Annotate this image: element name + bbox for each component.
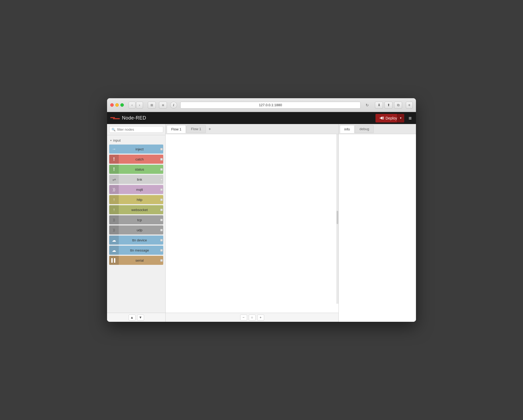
node-catch[interactable]: ! catch [109,155,163,164]
zoom-out-button[interactable]: − [240,315,247,320]
flow-bottom-bar: − ○ + [166,313,338,322]
node-link-label: link [119,178,160,182]
node-mqtt-icon: )) [113,187,115,192]
node-catch-icon-area: ! [109,155,119,164]
node-udp[interactable]: )) udp [109,225,163,234]
node-tcp[interactable]: )) tcp [109,215,163,224]
svg-rect-1 [113,118,120,119]
flow-tab-1-label: Flow 1 [171,127,181,131]
node-http-icon: ↑ [113,197,115,202]
app: Node-RED Deploy ▾ ≡ [107,112,416,322]
address-bar[interactable]: 127.0.0.1:1880 [180,102,361,109]
node-ttn-device-port [160,239,163,241]
flow-area: Flow 1 Flow 1 + − ○ + [166,124,339,322]
node-mqtt-label: mqtt [119,188,160,192]
sidebar-bottom: ▲ ▼ [107,313,165,322]
app-title: Node-RED [122,115,146,121]
browser-actions: ⬇ ⬆ ⧉ [375,102,402,109]
node-websocket-icon-area: ↑ [109,205,119,214]
node-inject[interactable]: → inject [109,145,163,154]
flow-canvas[interactable] [166,134,338,313]
sidebar: 🔍 ▾ input → [107,124,166,322]
node-link-port [160,178,163,181]
right-tabs-bar: info debug [339,124,416,134]
node-status[interactable]: ! status [109,165,163,174]
node-link[interactable]: ⇌ link [109,175,163,184]
info-button[interactable]: i [170,102,177,109]
right-panel-content [339,134,416,322]
node-tcp-port [160,219,163,221]
back-button[interactable]: ‹ [129,102,136,109]
node-ttn-device-icon-area: ☁ [109,236,119,245]
menu-button[interactable]: ≡ [407,116,413,121]
flow-tab-1-active[interactable]: Flow 1 [167,125,186,133]
node-mqtt-icon-area: )) [109,185,119,194]
node-http[interactable]: ↑ http [109,195,163,204]
node-tcp-label: tcp [119,218,160,222]
browser-window: ‹ › ⊞ ≡ i 127.0.0.1:1880 ↻ ⬇ ⬆ ⧉ + [107,98,416,322]
deploy-group: Deploy ▾ [375,114,404,122]
node-ttn-message-label: ttn message [119,248,160,252]
node-http-label: http [119,198,160,202]
node-mqtt[interactable]: )) mqtt [109,185,163,194]
node-serial-port [160,259,163,262]
new-tab-button[interactable]: + [406,102,413,109]
minimize-button[interactable] [115,103,119,107]
duplicate-button[interactable]: ⧉ [394,102,402,109]
node-websocket-label: websocket [119,208,160,212]
nav-buttons: ‹ › [129,102,143,109]
node-websocket[interactable]: ↑ websocket [109,205,163,214]
tab-info[interactable]: info [340,125,354,133]
close-button[interactable] [110,103,114,107]
share-button[interactable]: ⬆ [385,102,393,109]
node-inject-port [160,148,163,150]
nodes-items: → inject ! catch [107,143,165,266]
node-ttn-message-icon: ☁ [112,248,116,253]
node-tcp-icon: )) [113,218,115,222]
forward-button[interactable]: › [136,102,143,109]
filter-nodes-input[interactable] [117,127,161,131]
node-tcp-icon-area: )) [109,215,119,224]
sidebar-scroll-down[interactable]: ▼ [137,315,144,320]
download-button[interactable]: ⬇ [375,102,383,109]
node-serial-icon: ▌▌ [111,258,117,262]
node-serial-icon-area: ▌▌ [109,256,119,265]
node-catch-port [160,158,163,160]
url-text: 127.0.0.1:1880 [259,103,282,107]
node-http-icon-area: ↑ [109,195,119,204]
zoom-in-button[interactable]: + [257,315,264,320]
node-inject-label: inject [119,147,160,151]
right-panel: info debug [339,124,416,322]
node-serial[interactable]: ▌▌ serial [109,256,163,265]
traffic-lights [110,103,124,107]
node-ttn-message[interactable]: ☁ ttn message [109,246,163,255]
flow-scrollbar-thumb [337,211,338,224]
deploy-button[interactable]: Deploy [375,114,397,122]
node-ttn-message-port [160,249,163,252]
layers-button[interactable]: ≡ [159,102,167,109]
deploy-label: Deploy [386,116,397,120]
maximize-button[interactable] [120,103,124,107]
node-inject-icon: → [112,147,116,151]
flow-scrollbar[interactable] [336,134,338,304]
node-udp-icon-area: )) [109,225,119,234]
node-udp-label: udp [119,228,160,232]
tab-debug[interactable]: debug [355,125,374,133]
deploy-dropdown-button[interactable]: ▾ [397,114,404,122]
zoom-reset-button[interactable]: ○ [249,315,256,320]
reload-button[interactable]: ↻ [364,102,371,109]
add-flow-tab-button[interactable]: + [206,126,213,133]
category-header-input[interactable]: ▾ input [107,137,165,143]
node-http-port [160,199,163,201]
category-label: input [113,138,121,142]
node-websocket-icon: ↑ [113,207,115,212]
node-status-icon-area: ! [109,165,119,174]
sidebar-scroll-up[interactable]: ▲ [129,315,136,320]
view-button[interactable]: ⊞ [148,102,156,109]
flow-tab-2[interactable]: Flow 1 [186,125,206,133]
node-ttn-device[interactable]: ☁ ttn device [109,236,163,245]
tab-info-label: info [344,127,350,131]
search-input-wrap[interactable]: 🔍 [109,126,163,133]
node-udp-port [160,229,163,231]
node-inject-icon-area: → [109,145,119,154]
